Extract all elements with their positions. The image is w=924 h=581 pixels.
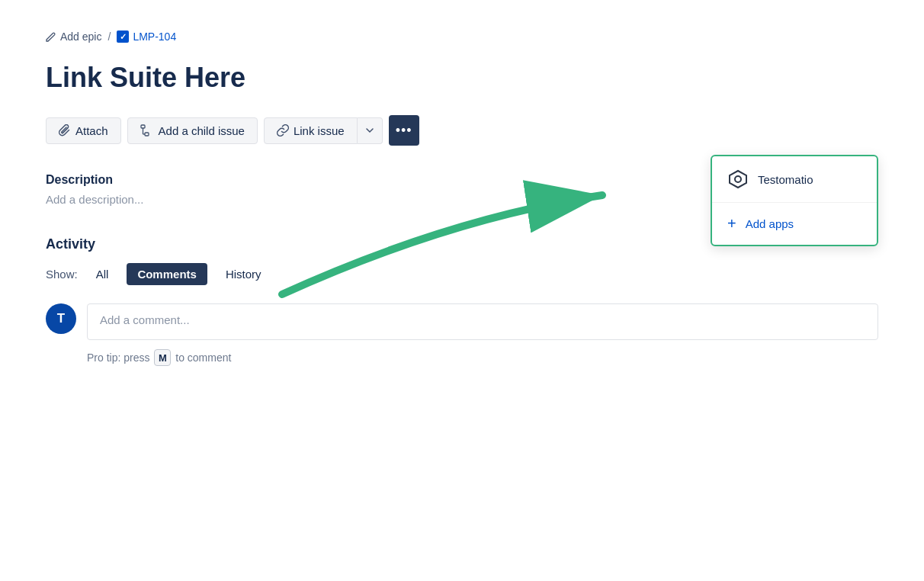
svg-point-5	[735, 176, 741, 182]
breadcrumb-issue-link[interactable]: LMP-104	[117, 30, 176, 43]
paperclip-icon	[59, 124, 71, 136]
plus-icon: +	[727, 215, 736, 233]
svg-rect-1	[145, 133, 149, 136]
link-issue-group: Link issue	[264, 117, 383, 144]
avatar-letter: T	[57, 311, 65, 326]
svg-rect-0	[141, 125, 145, 128]
filter-comments-button[interactable]: Comments	[127, 263, 207, 285]
add-child-issue-button[interactable]: Add a child issue	[127, 117, 258, 144]
more-actions-dropdown: Testomatio + Add apps	[711, 155, 878, 246]
toolbar: Attach Add a child issue Link issue •••	[46, 115, 878, 146]
add-epic-link[interactable]: Add epic	[46, 30, 101, 43]
link-icon	[277, 124, 289, 136]
chevron-down-icon	[365, 126, 374, 135]
filter-all-button[interactable]: All	[85, 263, 120, 285]
comment-row: T Add a comment...	[46, 303, 878, 340]
attach-button[interactable]: Attach	[46, 117, 121, 144]
breadcrumb-separator: /	[107, 30, 111, 43]
add-apps-label: Add apps	[746, 217, 794, 230]
show-label: Show:	[46, 268, 78, 281]
comment-placeholder: Add a comment...	[100, 313, 190, 326]
pencil-icon	[46, 31, 56, 42]
svg-marker-4	[730, 171, 746, 188]
testomatio-menu-item[interactable]: Testomatio	[712, 156, 877, 203]
pro-tip: Pro tip: press M to comment	[87, 349, 878, 366]
filter-history-button[interactable]: History	[215, 263, 272, 285]
hierarchy-icon	[140, 124, 154, 136]
attach-label: Attach	[75, 124, 108, 137]
add-epic-label: Add epic	[60, 30, 101, 43]
comment-input[interactable]: Add a comment...	[87, 303, 878, 340]
pro-tip-after: to comment	[175, 351, 231, 364]
avatar: T	[46, 303, 76, 334]
link-issue-label: Link issue	[294, 124, 345, 137]
issue-type-icon	[117, 30, 129, 43]
testomatio-icon	[727, 169, 749, 190]
child-issue-label: Add a child issue	[159, 124, 245, 137]
link-issue-button[interactable]: Link issue	[264, 117, 358, 144]
testomatio-label: Testomatio	[758, 173, 813, 186]
breadcrumb: Add epic / LMP-104	[46, 30, 878, 43]
more-dots-label: •••	[396, 123, 412, 139]
activity-section: Activity Show: All Comments History T Ad…	[46, 236, 878, 366]
pro-tip-key: M	[154, 349, 171, 366]
pro-tip-before: Pro tip: press	[87, 351, 149, 364]
activity-filter-row: Show: All Comments History	[46, 263, 878, 285]
link-issue-dropdown-button[interactable]	[358, 117, 383, 144]
page-title: Link Suite Here	[46, 61, 878, 94]
more-actions-button[interactable]: •••	[389, 115, 419, 146]
breadcrumb-issue-id: LMP-104	[133, 30, 176, 43]
add-apps-menu-item[interactable]: + Add apps	[712, 203, 877, 245]
